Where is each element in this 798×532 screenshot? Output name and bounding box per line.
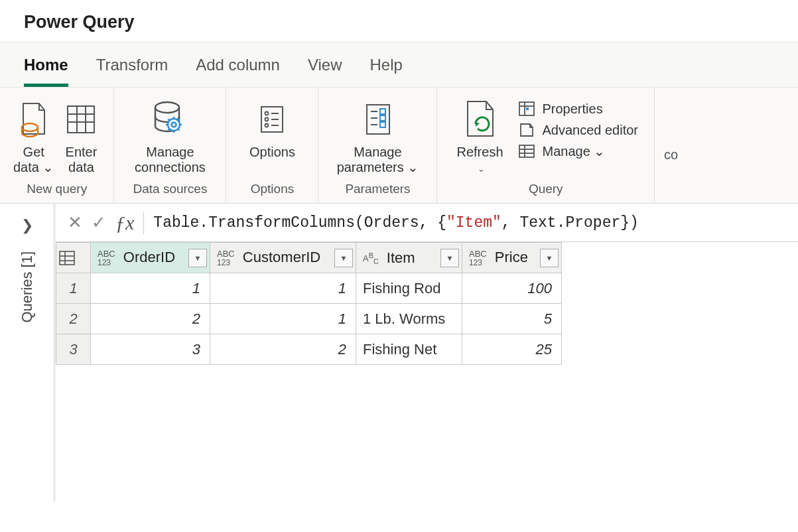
enter-data-label: Enter data — [66, 145, 98, 175]
formula-text[interactable]: Table.TransformColumns(Orders, {"Item", … — [153, 214, 639, 232]
table-corner[interactable] — [56, 243, 91, 273]
commit-formula-icon[interactable]: ✓ — [92, 212, 106, 233]
column-header-item[interactable]: ABC Item ▼ — [356, 243, 462, 273]
ribbon-caption-parameters: Parameters — [345, 178, 410, 200]
filter-orderid-icon[interactable]: ▼ — [188, 249, 207, 267]
ribbon-group-query: Refresh ⌄ Properties Advanced editor — [437, 88, 655, 203]
app-title: Power Query — [0, 0, 798, 42]
cell[interactable]: Fishing Net — [356, 334, 462, 365]
table-row[interactable]: 3 3 2 Fishing Net 25 — [56, 334, 562, 365]
filter-customerid-icon[interactable]: ▼ — [334, 249, 353, 267]
queries-sidebar: ❯ Queries [1] — [0, 204, 54, 501]
svg-point-6 — [155, 102, 179, 113]
svg-rect-1 — [68, 106, 94, 133]
svg-rect-35 — [526, 107, 529, 110]
formula-bar: ✕ ✓ ƒx Table.TransformColumns(Orders, {"… — [56, 204, 798, 242]
filter-price-icon[interactable]: ▼ — [540, 249, 559, 267]
svg-marker-31 — [476, 122, 480, 127]
cell[interactable]: 2 — [91, 304, 210, 334]
row-number[interactable]: 3 — [56, 334, 91, 365]
manage-connections-button[interactable]: Manage connections — [123, 94, 216, 178]
expand-sidebar-icon[interactable]: ❯ — [21, 217, 33, 234]
cell[interactable]: 1 Lb. Worms — [356, 304, 462, 334]
advanced-editor-icon — [518, 122, 535, 138]
get-data-button[interactable]: Get data ⌄ — [9, 94, 58, 178]
column-header-price[interactable]: ABC123 Price ▼ — [462, 243, 562, 273]
cell[interactable]: 100 — [462, 273, 562, 304]
table-row[interactable]: 2 2 1 1 Lb. Worms 5 — [56, 304, 562, 334]
svg-rect-26 — [380, 109, 385, 114]
manage-query-label: Manage ⌄ — [542, 143, 605, 159]
manage-query-icon — [518, 143, 535, 159]
cell[interactable]: Fishing Rod — [356, 273, 462, 304]
table-row[interactable]: 1 1 1 Fishing Rod 100 — [56, 273, 562, 304]
options-label: Options — [249, 145, 295, 175]
advanced-editor-button[interactable]: Advanced editor — [515, 121, 641, 139]
column-header-customerid[interactable]: ABC123 CustomerID ▼ — [210, 243, 356, 273]
data-grid: ABC123 OrderID ▼ ABC123 CustomerID ▼ ABC… — [56, 242, 798, 365]
svg-line-15 — [168, 129, 170, 130]
fx-icon[interactable]: ƒx — [115, 212, 144, 234]
tab-help[interactable]: Help — [370, 56, 403, 87]
ribbon-caption-new-query: New query — [27, 178, 87, 200]
svg-point-7 — [168, 119, 180, 131]
refresh-button[interactable]: Refresh ⌄ — [446, 94, 513, 178]
tab-transform[interactable]: Transform — [96, 56, 168, 87]
refresh-label: Refresh ⌄ — [456, 145, 503, 175]
queries-sidebar-label[interactable]: Queries [1] — [19, 251, 36, 323]
row-number[interactable]: 1 — [56, 273, 91, 304]
enter-data-icon — [64, 97, 98, 142]
ribbon-group-new-query: Get data ⌄ Enter data — [0, 88, 114, 203]
cell[interactable]: 25 — [462, 334, 562, 365]
cell[interactable]: 5 — [462, 304, 562, 334]
advanced-editor-label: Advanced editor — [542, 123, 638, 138]
properties-icon — [518, 101, 535, 117]
ribbon-caption-options: Options — [251, 178, 294, 200]
cell[interactable]: 1 — [210, 304, 356, 334]
ribbon-group-data-sources: Manage connections Data sources — [114, 88, 226, 203]
ribbon-tabs: Home Transform Add column View Help — [0, 42, 798, 88]
cell[interactable]: 1 — [210, 273, 356, 304]
ribbon-overflow: co — [655, 88, 687, 203]
tab-view[interactable]: View — [308, 56, 342, 87]
manage-parameters-label: Manage parameters ⌄ — [337, 145, 419, 175]
svg-point-18 — [265, 112, 269, 115]
ribbon: Get data ⌄ Enter data — [0, 88, 798, 204]
properties-button[interactable]: Properties — [515, 100, 641, 118]
cell[interactable]: 2 — [210, 334, 356, 365]
get-data-icon — [18, 97, 50, 142]
filter-item-icon[interactable]: ▼ — [440, 249, 459, 267]
type-any-icon: ABC123 — [217, 249, 235, 267]
ribbon-overflow-text: co — [664, 147, 678, 163]
parameters-icon — [360, 97, 395, 142]
cell[interactable]: 3 — [91, 334, 210, 365]
cell[interactable]: 1 — [91, 273, 210, 304]
svg-point-22 — [265, 124, 269, 127]
ribbon-caption-data-sources: Data sources — [133, 178, 208, 200]
type-text-icon: ABC — [363, 252, 379, 265]
svg-point-20 — [265, 118, 269, 121]
row-number[interactable]: 2 — [56, 304, 91, 334]
type-any-icon: ABC123 — [469, 249, 487, 267]
ribbon-group-parameters: Manage parameters ⌄ Parameters — [318, 88, 437, 203]
ribbon-group-options: Options Options — [226, 88, 318, 203]
enter-data-button[interactable]: Enter data — [58, 94, 104, 178]
options-button[interactable]: Options — [235, 94, 308, 178]
refresh-icon — [460, 97, 499, 142]
svg-rect-30 — [380, 122, 385, 127]
ribbon-caption-query: Query — [529, 178, 563, 200]
type-any-icon: ABC123 — [98, 249, 115, 267]
manage-parameters-button[interactable]: Manage parameters ⌄ — [328, 94, 427, 178]
cancel-formula-icon[interactable]: ✕ — [68, 212, 82, 233]
options-icon — [256, 97, 288, 142]
svg-rect-28 — [380, 115, 385, 121]
svg-line-13 — [168, 119, 170, 121]
svg-rect-40 — [60, 251, 74, 265]
tab-home[interactable]: Home — [24, 56, 68, 87]
manage-connections-label: Manage connections — [135, 145, 206, 175]
svg-line-16 — [178, 119, 180, 121]
svg-rect-36 — [519, 145, 534, 157]
manage-query-button[interactable]: Manage ⌄ — [515, 142, 641, 161]
column-header-orderid[interactable]: ABC123 OrderID ▼ — [91, 243, 210, 273]
tab-add-column[interactable]: Add column — [196, 56, 280, 87]
